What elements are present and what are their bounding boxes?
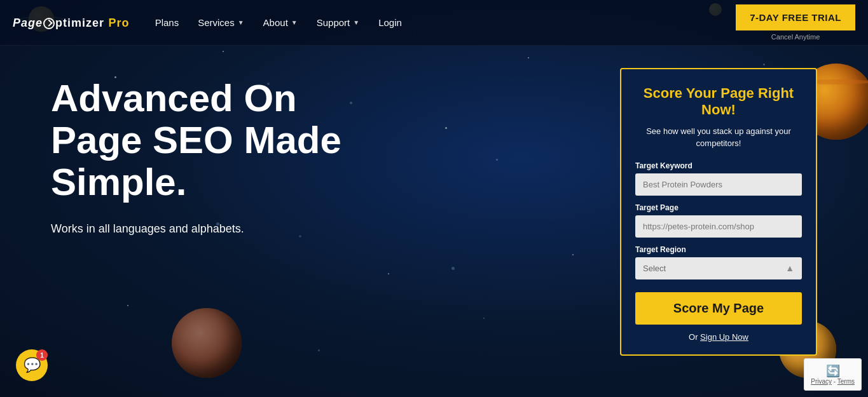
logo-page-text: Page (13, 17, 43, 29)
recaptcha-privacy[interactable]: Privacy (811, 378, 832, 385)
about-chevron-icon: ▼ (291, 19, 298, 26)
trial-button[interactable]: 7-DAY FREE TRIAL (736, 4, 855, 30)
keyword-input[interactable] (635, 173, 802, 196)
region-select[interactable]: Select United States United Kingdom Cana… (635, 257, 802, 279)
score-card: Score Your Page Right Now! See how well … (620, 68, 817, 356)
nav-plans[interactable]: Plans (155, 17, 179, 28)
logo: Pageptimizer Pro (13, 15, 130, 30)
recaptcha-links: Privacy - Terms (811, 378, 855, 385)
recaptcha-icon: 🔄 (811, 364, 855, 378)
score-my-page-button[interactable]: Score My Page (635, 292, 802, 325)
chat-bubble[interactable]: 💬 1 (16, 349, 48, 381)
nav-support[interactable]: Support ▼ (317, 17, 359, 28)
chat-notification-badge: 1 (36, 349, 48, 361)
nav-about[interactable]: About ▼ (263, 17, 298, 28)
region-label: Target Region (635, 245, 802, 254)
nav-services[interactable]: Services ▼ (198, 17, 244, 28)
score-card-description: See how well you stack up against your c… (635, 125, 802, 150)
recaptcha-badge: 🔄 Privacy - Terms (804, 358, 862, 391)
region-form-group: Target Region Select United States Unite… (635, 245, 802, 279)
page-input[interactable] (635, 215, 802, 238)
nav-right: 7-DAY FREE TRIAL Cancel Anytime (736, 4, 855, 41)
signup-link[interactable]: Sign Up Now (700, 332, 748, 342)
hero-subtext: Works in all languages and alphabets. (51, 222, 620, 236)
score-card-title: Score Your Page Right Now! (635, 85, 802, 119)
nav-links: Plans Services ▼ About ▼ Support ▼ Login (155, 17, 736, 28)
keyword-form-group: Target Keyword (635, 161, 802, 196)
navbar: Pageptimizer Pro Plans Services ▼ About … (0, 0, 868, 46)
recaptcha-terms[interactable]: Terms (837, 378, 855, 385)
logo-optimizer-text: ptimizer (55, 17, 104, 29)
logo-icon (43, 18, 55, 29)
page-label: Target Page (635, 203, 802, 212)
keyword-label: Target Keyword (635, 161, 802, 170)
cancel-anytime-text: Cancel Anytime (736, 33, 855, 41)
logo-pro-text: Pro (109, 17, 130, 29)
services-chevron-icon: ▼ (238, 19, 244, 26)
nav-login[interactable]: Login (378, 17, 402, 28)
hero-text: Advanced On Page SEO Made Simple. Works … (51, 71, 620, 236)
region-select-wrapper: Select United States United Kingdom Cana… (635, 257, 802, 279)
hero-section: Advanced On Page SEO Made Simple. Works … (0, 46, 868, 397)
hero-headline: Advanced On Page SEO Made Simple. (51, 77, 382, 203)
signup-text: Or Sign Up Now (635, 332, 802, 342)
support-chevron-icon: ▼ (353, 19, 359, 26)
page-form-group: Target Page (635, 203, 802, 238)
